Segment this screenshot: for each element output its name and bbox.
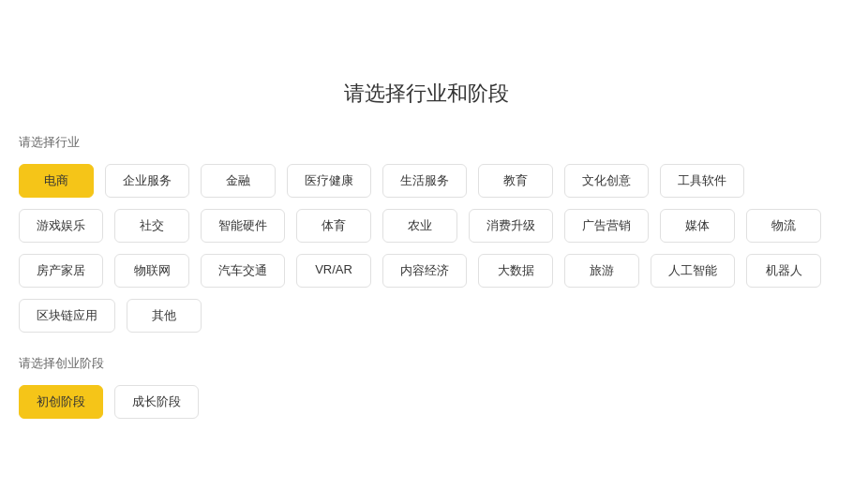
industry-tag-iot[interactable]: 物联网 xyxy=(114,254,189,288)
industry-tag-robot[interactable]: 机器人 xyxy=(746,254,821,288)
industry-tag-realestate[interactable]: 房产家居 xyxy=(19,254,103,288)
industry-tag-travel[interactable]: 旅游 xyxy=(564,254,639,288)
industry-tag-vr[interactable]: VR/AR xyxy=(296,254,371,288)
industry-tag-culture[interactable]: 文化创意 xyxy=(564,164,649,198)
industry-tag-tools[interactable]: 工具软件 xyxy=(660,164,744,198)
main-container: 请选择行业和阶段 请选择行业 电商企业服务金融医疗健康生活服务教育文化创意工具软… xyxy=(19,61,834,443)
industry-label: 请选择行业 xyxy=(19,134,834,151)
industry-tag-sports[interactable]: 体育 xyxy=(296,209,371,243)
industry-tag-blockchain[interactable]: 区块链应用 xyxy=(19,299,115,333)
industry-tag-logistics[interactable]: 物流 xyxy=(746,209,821,243)
industry-tag-ecommerce[interactable]: 电商 xyxy=(19,164,94,198)
industry-tag-other[interactable]: 其他 xyxy=(127,299,202,333)
industry-tag-auto[interactable]: 汽车交通 xyxy=(201,254,285,288)
industry-tag-education[interactable]: 教育 xyxy=(478,164,553,198)
page-title: 请选择行业和阶段 xyxy=(19,80,834,108)
industry-section: 请选择行业 电商企业服务金融医疗健康生活服务教育文化创意工具软件游戏娱乐社交智能… xyxy=(19,134,834,333)
industry-tag-social[interactable]: 社交 xyxy=(114,209,189,243)
stage-label: 请选择创业阶段 xyxy=(19,355,834,372)
stage-tag-growth[interactable]: 成长阶段 xyxy=(114,385,199,419)
industry-tag-media[interactable]: 媒体 xyxy=(660,209,735,243)
industry-tag-consumer[interactable]: 消费升级 xyxy=(469,209,553,243)
industry-tag-ai[interactable]: 人工智能 xyxy=(651,254,735,288)
industry-tag-agriculture[interactable]: 农业 xyxy=(382,209,457,243)
industry-tag-enterprise[interactable]: 企业服务 xyxy=(105,164,189,198)
industry-tags-grid: 电商企业服务金融医疗健康生活服务教育文化创意工具软件游戏娱乐社交智能硬件体育农业… xyxy=(19,164,834,333)
industry-tag-lifestyle[interactable]: 生活服务 xyxy=(382,164,467,198)
industry-tag-bigdata[interactable]: 大数据 xyxy=(478,254,553,288)
industry-tag-marketing[interactable]: 广告营销 xyxy=(564,209,649,243)
industry-tag-content[interactable]: 内容经济 xyxy=(382,254,467,288)
stage-section: 请选择创业阶段 初创阶段成长阶段 xyxy=(19,355,834,419)
industry-tag-game[interactable]: 游戏娱乐 xyxy=(19,209,103,243)
stage-tags-grid: 初创阶段成长阶段 xyxy=(19,385,834,419)
industry-tag-finance[interactable]: 金融 xyxy=(201,164,276,198)
industry-tag-health[interactable]: 医疗健康 xyxy=(287,164,371,198)
industry-tag-hardware[interactable]: 智能硬件 xyxy=(201,209,285,243)
stage-tag-startup[interactable]: 初创阶段 xyxy=(19,385,103,419)
